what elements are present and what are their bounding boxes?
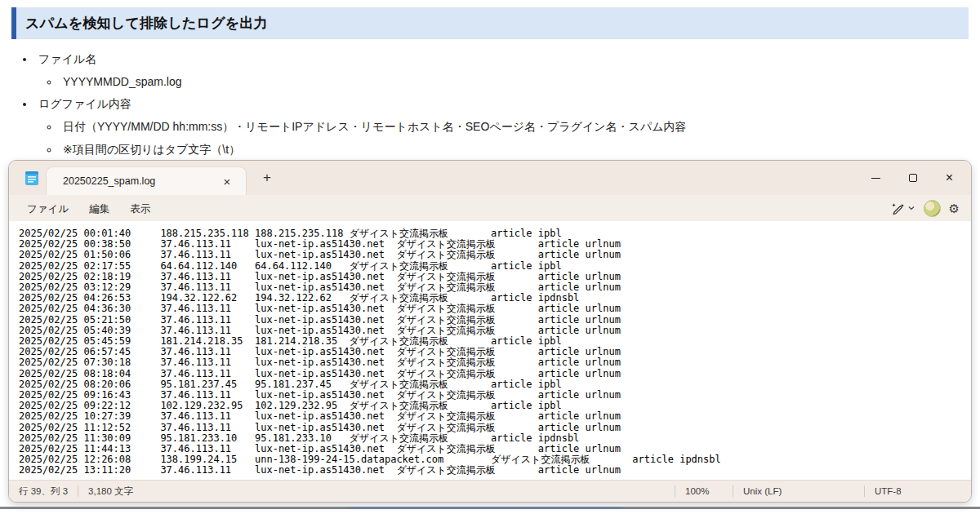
- menu-right-icons: ⚙: [890, 195, 960, 221]
- log-line: 2025/02/25 10:27:39 37.46.113.11 lux-net…: [19, 411, 971, 422]
- menu-file[interactable]: ファイル: [18, 199, 78, 219]
- new-tab-button[interactable]: +: [253, 166, 281, 190]
- log-line: 2025/02/25 13:11:20 37.46.113.11 lux-net…: [19, 465, 971, 476]
- doc-list-item: ログファイル内容: [23, 92, 898, 116]
- log-line: 2025/02/25 01:50:06 37.46.113.11 lux-net…: [19, 250, 971, 260]
- rewrite-button[interactable]: [890, 201, 915, 215]
- log-line: 2025/02/25 11:12:52 37.46.113.11 lux-net…: [19, 423, 971, 433]
- close-icon: ×: [946, 171, 953, 184]
- log-line: 2025/02/25 08:18:04 37.46.113.11 lux-net…: [19, 369, 971, 379]
- doc-list-subitem: 日付（YYYY/MM/DD hh:mm:ss）・リモートIPアドレス・リモートホ…: [47, 116, 898, 139]
- tab-20250225-spam-log[interactable]: 20250225_spam.log ×: [46, 166, 247, 195]
- char-count: 3,180 文字: [78, 485, 143, 498]
- status-bar: 行 39、列 3 3,180 文字 100% Unix (LF) UTF-8: [9, 480, 971, 502]
- close-button[interactable]: ×: [931, 161, 968, 195]
- menu-edit[interactable]: 編集: [80, 199, 118, 219]
- doc-list-subitem: ※項目間の区切りはタブ文字（\t）: [47, 139, 898, 162]
- titlebar[interactable]: 20250225_spam.log × + ×: [9, 161, 971, 195]
- tab-close-icon[interactable]: ×: [216, 171, 238, 191]
- minimize-button[interactable]: [858, 161, 894, 195]
- tab-title: 20250225_spam.log: [63, 175, 216, 187]
- log-line: 2025/02/25 07:30:18 37.46.113.11 lux-net…: [19, 357, 971, 368]
- log-line: 2025/02/25 05:21:50 37.46.113.11 lux-net…: [19, 315, 971, 326]
- zoom-level[interactable]: 100%: [675, 486, 733, 496]
- doc-bullet-list: ファイル名YYYYMMDD_spam.logログファイル内容日付（YYYY/MM…: [0, 47, 898, 162]
- copilot-avatar-icon[interactable]: [924, 200, 941, 217]
- minimize-icon: [871, 178, 880, 179]
- line-ending[interactable]: Unix (LF): [733, 486, 864, 496]
- window-controls: ×: [858, 161, 968, 195]
- notepad-app-icon: [24, 170, 39, 186]
- page-title: スパムを検知して排除したログを出力: [11, 7, 969, 39]
- maximize-icon: [909, 174, 917, 182]
- settings-gear-icon[interactable]: ⚙: [949, 202, 960, 215]
- doc-list-item: ファイル名: [23, 47, 898, 71]
- menu-bar: ファイル編集表示 ⚙: [9, 195, 971, 221]
- ai-rewrite-pen-icon: [890, 201, 905, 215]
- log-line: 2025/02/25 02:17:55 64.64.112.140 64.64.…: [19, 261, 971, 272]
- log-line: 2025/02/25 04:36:30 37.46.113.11 lux-net…: [19, 304, 971, 314]
- encoding[interactable]: UTF-8: [865, 486, 971, 496]
- cropped-next-section-edge: [0, 507, 980, 509]
- notepad-window: 20250225_spam.log × + × ファイル編集表示: [8, 160, 972, 503]
- cursor-position: 行 39、列 3: [9, 485, 78, 498]
- menu-view[interactable]: 表示: [121, 199, 159, 219]
- maximize-button[interactable]: [894, 161, 931, 195]
- doc-list-subitem: YYYYMMDD_spam.log: [47, 71, 898, 92]
- text-editor-area[interactable]: 2025/02/25 00:01:40 188.215.235.118 188.…: [9, 221, 971, 480]
- chevron-down-icon: [907, 204, 915, 212]
